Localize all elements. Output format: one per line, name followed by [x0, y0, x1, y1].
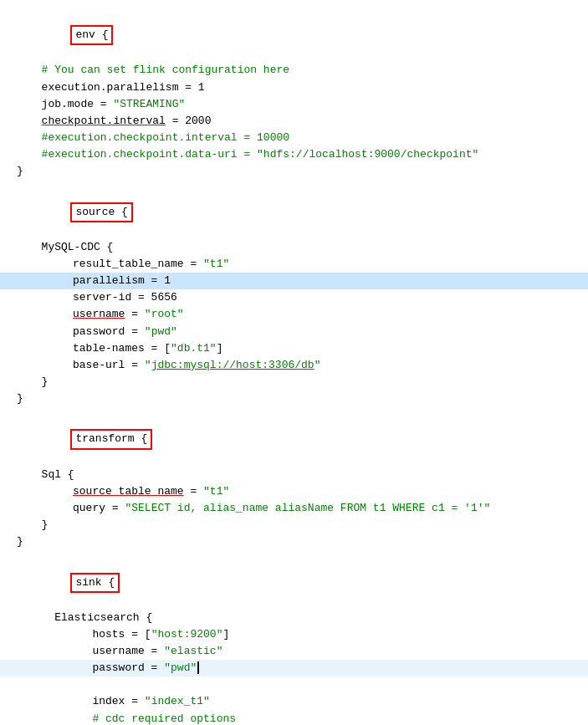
- gutter: [2, 239, 13, 256]
- line-text: job.mode = "STREAMING": [17, 96, 586, 113]
- line-server-id: server-id = 5656: [0, 289, 588, 306]
- line-text: result_table_name = "t1": [17, 256, 586, 273]
- line-text: server-id = 5656: [17, 289, 586, 306]
- line-text: }: [17, 391, 586, 407]
- transform-header: transform {: [17, 412, 586, 466]
- line-checkpoint-interval: checkpoint.interval = 2000: [0, 113, 588, 130]
- line-text: # You can set flink configuration here: [17, 62, 586, 79]
- line-jobmode: job.mode = "STREAMING": [0, 96, 588, 113]
- env-header-line: env {: [0, 8, 588, 62]
- line-text: #execution.checkpoint.data-uri = "hdfs:/…: [17, 146, 586, 163]
- line-text: base-url = "jdbc:mysql://host:3306/db": [17, 357, 586, 374]
- line-username: username = "root": [0, 306, 588, 323]
- line-text: # cdc required options: [17, 711, 586, 725]
- line-index: index = "index_t1": [0, 693, 588, 710]
- line-sink-password: password = "pwd": [0, 660, 588, 676]
- line-text: }: [17, 517, 586, 534]
- line-text: Elasticsearch {: [17, 610, 586, 626]
- line-source-table-name: source table name = "t1": [0, 483, 588, 500]
- sink-section: sink { Elasticsearch { hosts = ["host:92…: [0, 555, 588, 725]
- gutter: [2, 391, 13, 407]
- line-text: Sql {: [17, 467, 586, 483]
- gutter: [2, 163, 13, 180]
- line-hosts: hosts = ["host:9200"]: [0, 626, 588, 643]
- gutter: [2, 483, 13, 500]
- gutter: [2, 412, 13, 466]
- gutter: [2, 555, 13, 609]
- gutter: [2, 185, 13, 238]
- line-transform-close: }: [0, 534, 588, 550]
- line-text: }: [17, 534, 586, 550]
- line-text: }: [17, 163, 586, 180]
- line-elasticsearch: Elasticsearch {: [0, 610, 588, 626]
- line-comment1: # You can set flink configuration here: [0, 62, 588, 79]
- gutter: [2, 357, 13, 374]
- line-sink-empty: [0, 676, 588, 693]
- sink-header-line: sink {: [0, 555, 588, 609]
- gutter: [2, 643, 13, 660]
- env-header: env {: [17, 8, 586, 62]
- sink-label: sink {: [70, 573, 120, 593]
- line-sink-comment: # cdc required options: [0, 711, 588, 725]
- line-text: hosts = ["host:9200"]: [17, 626, 586, 643]
- transform-section: transform { Sql { source table name = "t…: [0, 412, 588, 550]
- gutter: [2, 374, 13, 391]
- line-text: query = "SELECT id, alias_name aliasName…: [17, 500, 586, 517]
- code-editor: env { # You can set flink configuration …: [0, 0, 588, 725]
- line-source-parallelism: parallelism = 1: [0, 273, 588, 289]
- line-password: password = "pwd": [0, 324, 588, 340]
- line-table-names: table-names = ["db.t1"]: [0, 340, 588, 357]
- gutter: [2, 517, 13, 534]
- line-mysql-cdc: MySQL-CDC {: [0, 239, 588, 256]
- source-header: source {: [17, 185, 586, 238]
- source-section: source { MySQL-CDC { result_table_name =…: [0, 185, 588, 407]
- line-text: MySQL-CDC {: [17, 239, 586, 256]
- gutter: [2, 306, 13, 323]
- line-text: source table name = "t1": [17, 483, 586, 500]
- line-sink-username: username = "elastic": [0, 643, 588, 660]
- line-text: #execution.checkpoint.interval = 10000: [17, 130, 586, 146]
- line-query: query = "SELECT id, alias_name aliasName…: [0, 500, 588, 517]
- line-source-close: }: [0, 391, 588, 407]
- gutter: [2, 79, 13, 96]
- line-text: checkpoint.interval = 2000: [17, 113, 586, 130]
- line-text: execution.parallelism = 1: [17, 79, 586, 96]
- line-text: parallelism = 1: [17, 273, 586, 289]
- gutter: [2, 467, 13, 483]
- gutter: [2, 146, 13, 163]
- line-env-close: }: [0, 163, 588, 180]
- gutter: [2, 96, 13, 113]
- gutter: [2, 62, 13, 79]
- source-header-line: source {: [0, 185, 588, 238]
- env-section: env { # You can set flink configuration …: [0, 8, 588, 180]
- source-label: source {: [70, 202, 132, 222]
- gutter: [2, 676, 13, 693]
- line-parallelism: execution.parallelism = 1: [0, 79, 588, 96]
- line-text: username = "elastic": [17, 643, 586, 660]
- gutter: [2, 256, 13, 273]
- line-comment3: #execution.checkpoint.data-uri = "hdfs:/…: [0, 146, 588, 163]
- gutter: [2, 693, 13, 710]
- line-transform-inner-close: }: [0, 517, 588, 534]
- gutter: [2, 130, 13, 146]
- gutter: [2, 289, 13, 306]
- line-text: password = "pwd": [17, 324, 586, 340]
- env-label: env {: [70, 25, 113, 45]
- gutter: [2, 273, 13, 289]
- line-text: password = "pwd": [17, 660, 586, 676]
- line-source-inner-close: }: [0, 374, 588, 391]
- line-text: table-names = ["db.t1"]: [17, 340, 586, 357]
- gutter: [2, 711, 13, 725]
- line-comment2: #execution.checkpoint.interval = 10000: [0, 130, 588, 146]
- gutter: [2, 340, 13, 357]
- transform-header-line: transform {: [0, 412, 588, 466]
- line-text: [17, 676, 586, 693]
- line-sql: Sql {: [0, 467, 588, 483]
- gutter: [2, 113, 13, 130]
- line-base-url: base-url = "jdbc:mysql://host:3306/db": [0, 357, 588, 374]
- gutter: [2, 534, 13, 550]
- line-text: }: [17, 374, 586, 391]
- gutter: [2, 610, 13, 626]
- gutter: [2, 660, 13, 676]
- gutter: [2, 500, 13, 517]
